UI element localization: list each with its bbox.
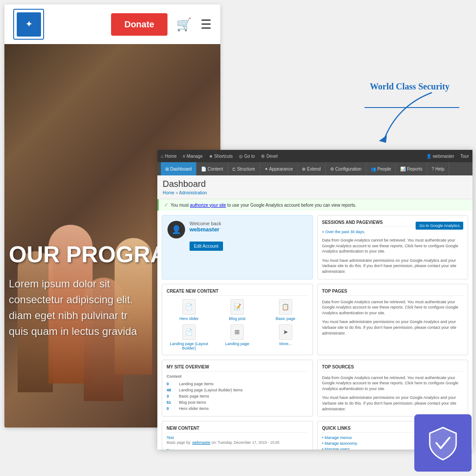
create-hero-slider[interactable]: 📄 Hero slider	[167, 299, 212, 321]
logo: ✦	[13, 9, 44, 40]
nav-appearance[interactable]: ✦ Appearance	[260, 162, 298, 175]
nav-extend-label: Extend	[307, 167, 320, 171]
edit-account-button[interactable]: Edit Account	[190, 242, 223, 251]
overview-item-2: 48 Landing page (Layout Builder) items	[167, 387, 308, 393]
goto-icon: ◎	[239, 154, 243, 159]
toolbar-username: webmaster	[433, 154, 454, 159]
welcome-back-label: Welcome back	[190, 221, 307, 226]
more-icon: ➤	[279, 324, 292, 340]
create-landing-layout[interactable]: 📄 Landing page (Layout Builder)	[167, 324, 212, 350]
nav-structure[interactable]: ⊏ Structure	[228, 162, 260, 175]
toolbar-devel[interactable]: ⚙ Devel	[261, 154, 278, 159]
admin-nav: ⊞ Dashboard 📄 Content ⊏ Structure ✦ Appe…	[157, 162, 472, 175]
security-shield	[414, 414, 472, 472]
blog-post-label: Blog post	[229, 316, 245, 321]
breadcrumb-admin[interactable]: Administration	[179, 190, 207, 195]
label-3: Basic page items	[179, 394, 209, 398]
toolbar-user[interactable]: 👤 webmaster	[426, 154, 454, 159]
toolbar-manage[interactable]: ≡ Manage	[183, 154, 203, 159]
hamburger-icon[interactable]: ☰	[201, 17, 212, 32]
annotation-label: World Class Security	[370, 82, 450, 92]
nav-content-label: Content	[208, 167, 223, 171]
config-icon: ⚙	[330, 167, 334, 171]
user-icon: 👤	[426, 154, 431, 159]
svg-marker-0	[378, 135, 388, 144]
new-content-item-1: Test Basic page by: webmaster on: Tuesda…	[167, 435, 308, 445]
create-grid: 📄 Hero slider 📝 Blog post 📋 Basic page 📄…	[167, 299, 308, 350]
label-5: Hero slider items	[179, 406, 209, 411]
create-title: CREATE NEW CONTENT	[167, 289, 308, 296]
top-pages-text1: Data from Google Analytics cannot be ret…	[322, 299, 464, 316]
sessions-subtitle: » Over the past 30 days.	[322, 230, 464, 234]
shield-svg	[428, 425, 458, 461]
breadcrumb: Home » Administration	[163, 190, 467, 195]
toolbar-shortcuts-label: Shortcuts	[214, 154, 233, 159]
nav-help-label: Help	[435, 167, 445, 171]
structure-icon: ⊏	[232, 167, 236, 171]
logo-text: ✦	[26, 19, 32, 29]
appearance-icon: ✦	[264, 167, 268, 171]
create-blog-post[interactable]: 📝 Blog post	[215, 299, 260, 321]
go-analytics-button[interactable]: Go to Google Analytics	[416, 222, 463, 230]
nav-reports-label: Reports	[407, 167, 422, 171]
alert-bar: ✓ You must authorize your site to use yo…	[157, 199, 472, 211]
top-sources-text1: Data from Google Analytics cannot be ret…	[322, 375, 464, 392]
shortcuts-icon: ★	[209, 154, 213, 159]
new-content-item-2: Test Landing page (Layout Builder) by: w…	[167, 448, 308, 450]
nav-content[interactable]: 📄 Content	[197, 162, 228, 175]
alert-text: You must authorize your site to use your…	[171, 203, 357, 208]
landing-layout-label: Landing page (Layout Builder)	[167, 342, 212, 350]
welcome-card: 👤 Welcome back webmaster Edit Account	[162, 215, 313, 279]
content-icon: 📄	[201, 167, 206, 171]
nav-configuration-label: Configuration	[335, 167, 361, 171]
content-link-1[interactable]: Test	[167, 435, 308, 440]
cart-icon[interactable]: 🛒	[176, 17, 192, 32]
toolbar-home-label: Home	[165, 154, 177, 159]
overview-item-1: 0 Landing page items	[167, 381, 308, 387]
toolbar-tour-label: Tour	[461, 154, 469, 159]
nav-help[interactable]: ? Help	[427, 162, 449, 175]
dashboard-title: Dashboard	[163, 179, 467, 189]
toolbar-goto-label: Go to	[244, 154, 255, 159]
hero-slider-label: Hero slider	[179, 316, 199, 321]
nav-dashboard[interactable]: ⊞ Dashboard	[161, 162, 197, 175]
nav-extend[interactable]: ⊕ Extend	[298, 162, 325, 175]
authorize-link[interactable]: authorize your site	[190, 203, 226, 208]
landing-layout-icon: 📄	[182, 324, 196, 340]
donate-button[interactable]: Donate	[111, 13, 167, 36]
people-icon: 👥	[371, 167, 376, 171]
nav-configuration[interactable]: ⚙ Configuration	[326, 162, 366, 175]
author-link-1[interactable]: webmaster	[192, 440, 211, 445]
hero-slider-icon: 📄	[182, 299, 196, 315]
create-landing-page[interactable]: ⊞ Landing page	[215, 324, 260, 350]
overview-item-3: 3 Basic page items	[167, 393, 308, 399]
nav-people[interactable]: 👥 People	[366, 162, 396, 175]
top-sources-title: TOP SOURCES	[322, 364, 464, 372]
basic-page-icon: 📋	[279, 299, 292, 315]
count-1: 0	[167, 382, 175, 386]
check-icon: ✓	[164, 202, 168, 208]
nav-people-label: People	[377, 167, 391, 171]
top-sources-text2: You must have administrator permissions …	[322, 395, 464, 412]
avatar: 👤	[167, 221, 185, 238]
create-basic-page[interactable]: 📋 Basic page	[263, 299, 308, 321]
nav-reports[interactable]: 📊 Reports	[396, 162, 427, 175]
create-content-card: CREATE NEW CONTENT 📄 Hero slider 📝 Blog …	[162, 284, 313, 355]
nav-appearance-label: Appearance	[269, 167, 293, 171]
nav-dashboard-label: Dashboard	[170, 167, 192, 171]
sessions-card: SESSIONS AND PAGEVIEWS Go to Google Anal…	[317, 215, 469, 279]
content-meta-1: Basic page by: webmaster on: Tuesday, De…	[167, 440, 308, 445]
toolbar-manage-label: Manage	[187, 154, 203, 159]
toolbar-shortcuts[interactable]: ★ Shortcuts	[209, 154, 233, 159]
overview-item-4: 51 Blog post items	[167, 399, 308, 405]
breadcrumb-home[interactable]: Home	[163, 190, 175, 195]
content-link-2[interactable]: Test	[167, 448, 308, 450]
dashboard-header: Dashboard Home » Administration	[157, 175, 472, 199]
avatar-icon: 👤	[171, 225, 181, 234]
top-pages-title: TOP PAGES	[322, 289, 464, 296]
create-more[interactable]: ➤ More...	[263, 324, 308, 350]
toolbar-tour[interactable]: Tour	[461, 154, 469, 159]
toolbar-goto[interactable]: ◎ Go to	[239, 154, 255, 159]
toolbar-home[interactable]: ⌂ Home	[161, 154, 177, 159]
top-pages-card: TOP PAGES Data from Google Analytics can…	[317, 284, 469, 355]
